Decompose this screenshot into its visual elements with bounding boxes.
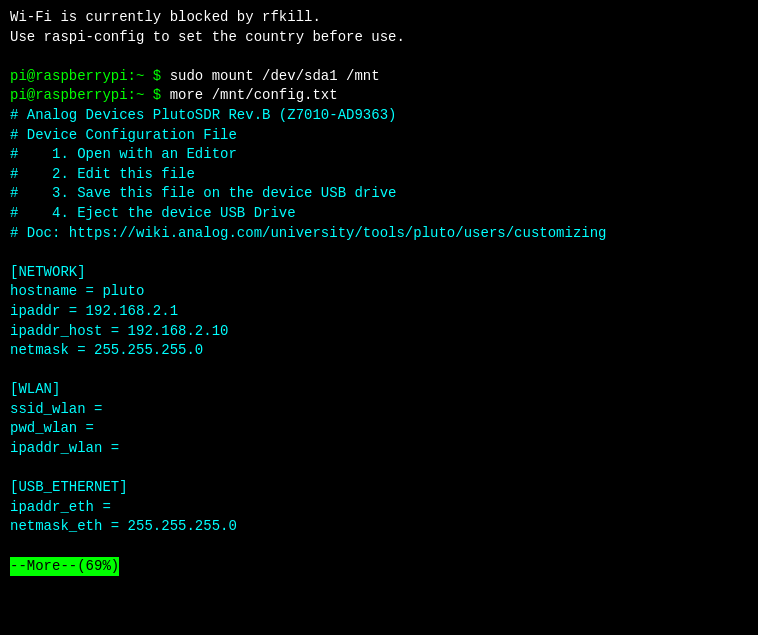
terminal-line-20: ssid_wlan = (10, 400, 748, 420)
terminal-line-27 (10, 537, 748, 557)
terminal-line-12 (10, 243, 748, 263)
terminal-line-14: hostname = pluto (10, 282, 748, 302)
terminal-line-28: --More--(69%) (10, 557, 748, 577)
terminal-line-18 (10, 361, 748, 381)
terminal-line-7: # 1. Open with an Editor (10, 145, 748, 165)
terminal-line-24: [USB_ETHERNET] (10, 478, 748, 498)
terminal-line-5: # Analog Devices PlutoSDR Rev.B (Z7010-A… (10, 106, 748, 126)
terminal-line-11: # Doc: https://wiki.analog.com/universit… (10, 224, 748, 244)
terminal[interactable]: Wi-Fi is currently blocked by rfkill.Use… (0, 0, 758, 635)
terminal-line-15: ipaddr = 192.168.2.1 (10, 302, 748, 322)
terminal-line-16: ipaddr_host = 192.168.2.10 (10, 322, 748, 342)
more-indicator: --More--(69%) (10, 557, 119, 577)
terminal-line-6: # Device Configuration File (10, 126, 748, 146)
terminal-line-2 (10, 47, 748, 67)
terminal-line-26: netmask_eth = 255.255.255.0 (10, 517, 748, 537)
terminal-line-17: netmask = 255.255.255.0 (10, 341, 748, 361)
terminal-line-1: Use raspi-config to set the country befo… (10, 28, 748, 48)
terminal-line-4: pi@raspberrypi:~ $ more /mnt/config.txt (10, 86, 748, 106)
terminal-line-19: [WLAN] (10, 380, 748, 400)
terminal-line-10: # 4. Eject the device USB Drive (10, 204, 748, 224)
terminal-line-21: pwd_wlan = (10, 419, 748, 439)
terminal-line-22: ipaddr_wlan = (10, 439, 748, 459)
terminal-line-25: ipaddr_eth = (10, 498, 748, 518)
terminal-line-9: # 3. Save this file on the device USB dr… (10, 184, 748, 204)
terminal-line-8: # 2. Edit this file (10, 165, 748, 185)
terminal-line-23 (10, 459, 748, 479)
terminal-line-3: pi@raspberrypi:~ $ sudo mount /dev/sda1 … (10, 67, 748, 87)
terminal-line-0: Wi-Fi is currently blocked by rfkill. (10, 8, 748, 28)
terminal-line-13: [NETWORK] (10, 263, 748, 283)
